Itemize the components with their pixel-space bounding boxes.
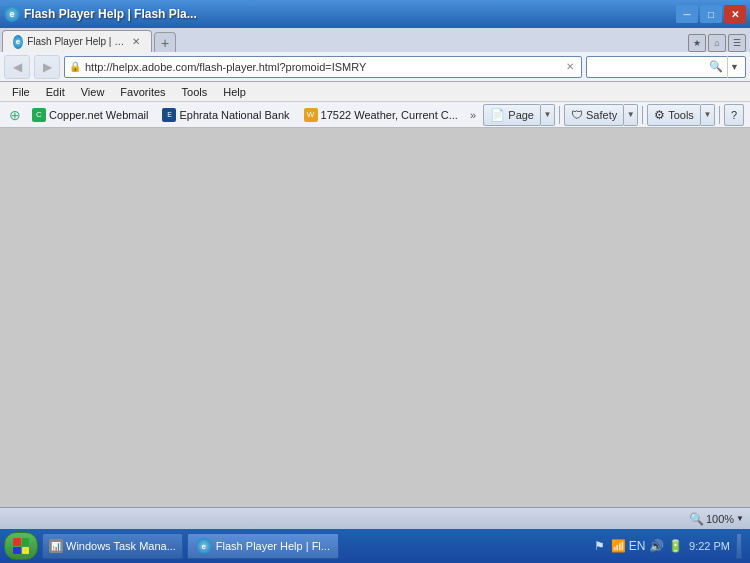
zoom-dropdown-icon[interactable]: ▼ (736, 514, 744, 523)
page-icon: 📄 (490, 108, 505, 122)
forward-button[interactable]: ▶ (34, 55, 60, 79)
task-manager-icon: 📊 (49, 539, 63, 553)
zoom-icon: 🔍 (689, 512, 704, 526)
window-title: Flash Player Help | Flash Pla... (24, 7, 197, 21)
ephrata-label: Ephrata National Bank (179, 109, 289, 121)
menu-view[interactable]: View (73, 82, 113, 102)
title-bar-left: e Flash Player Help | Flash Pla... (4, 6, 197, 22)
tray-flag-icon[interactable]: ⚑ (591, 538, 607, 554)
separator-1 (559, 106, 560, 124)
favorites-item-copper[interactable]: C Copper.net Webmail (26, 105, 154, 125)
browser-window: e Flash Player Help | Flash Pla... ─ □ ✕… (0, 0, 750, 563)
weather-label: 17522 Weather, Current C... (321, 109, 458, 121)
page-button[interactable]: 📄 Page (483, 104, 541, 126)
safety-icon: 🛡 (571, 108, 583, 122)
search-wrapper[interactable]: 🔍 ▼ (586, 56, 746, 78)
help-button[interactable]: ? (724, 104, 744, 126)
safety-dropdown-button[interactable]: ▼ (624, 104, 638, 126)
zoom-control[interactable]: 🔍 100% ▼ (689, 512, 744, 526)
tools-label: Tools (668, 109, 694, 121)
safety-label: Safety (586, 109, 617, 121)
logo-q3 (13, 547, 21, 555)
tab-right-controls: ★ ⌂ ☰ (688, 34, 750, 52)
new-tab-button[interactable]: + (154, 32, 176, 52)
menu-bar: File Edit View Favorites Tools Help (0, 82, 750, 102)
rss-icon[interactable]: ☰ (728, 34, 746, 52)
menu-favorites[interactable]: Favorites (112, 82, 173, 102)
favorites-item-weather[interactable]: W 17522 Weather, Current C... (298, 105, 464, 125)
copper-label: Copper.net Webmail (49, 109, 148, 121)
taskbar-ie-icon: e (196, 538, 212, 554)
taskbar-item-ie[interactable]: e Flash Player Help | Fl... (187, 533, 339, 559)
close-button[interactable]: ✕ (724, 5, 746, 23)
menu-file[interactable]: File (4, 82, 38, 102)
weather-favicon: W (304, 108, 318, 122)
favorites-item-ephrata[interactable]: E Ephrata National Bank (156, 105, 295, 125)
add-favorites-button[interactable]: ⊕ (6, 106, 24, 124)
tools-button[interactable]: ⚙ Tools (647, 104, 701, 126)
browser-icon: e (4, 6, 20, 22)
logo-q2 (22, 538, 30, 546)
tab-bar: e Flash Player Help | Flash Pla... ✕ + ★… (0, 28, 750, 52)
tools-dropdown-button[interactable]: ▼ (701, 104, 715, 126)
tray-volume-icon[interactable]: 🔊 (648, 538, 664, 554)
page-label: Page (508, 109, 534, 121)
address-bar: ◀ ▶ 🔒 http://helpx.adobe.com/flash-playe… (0, 52, 750, 82)
windows-logo (13, 538, 29, 554)
copper-favicon: C (32, 108, 46, 122)
zoom-level: 100% (706, 513, 734, 525)
system-time: 9:22 PM (689, 540, 730, 552)
status-bar: 🔍 100% ▼ (0, 507, 750, 529)
tab-close-button[interactable]: ✕ (131, 35, 141, 49)
search-dropdown-button[interactable]: ▼ (727, 56, 741, 78)
task-manager-label: Windows Task Mana... (66, 540, 176, 552)
search-button[interactable]: 🔍 (708, 59, 724, 75)
toolbar-right: 📄 Page ▼ 🛡 Safety ▼ ⚙ Tools ▼ (483, 104, 744, 126)
page-dropdown-button[interactable]: ▼ (541, 104, 555, 126)
safety-button[interactable]: 🛡 Safety (564, 104, 624, 126)
tab-browser-icon: e (13, 35, 23, 49)
separator-3 (719, 106, 720, 124)
maximize-button[interactable]: □ (700, 5, 722, 23)
home-icon[interactable]: ⌂ (708, 34, 726, 52)
title-bar: e Flash Player Help | Flash Pla... ─ □ ✕ (0, 0, 750, 28)
separator-2 (642, 106, 643, 124)
system-tray: ⚑ 📶 EN 🔊 🔋 (591, 538, 683, 554)
address-clear-button[interactable]: ✕ (563, 60, 577, 74)
favorites-star-icon[interactable]: ★ (688, 34, 706, 52)
menu-edit[interactable]: Edit (38, 82, 73, 102)
help-icon: ? (731, 109, 737, 121)
title-bar-controls: ─ □ ✕ (676, 5, 746, 23)
tray-network-icon[interactable]: 📶 (610, 538, 626, 554)
menu-tools[interactable]: Tools (174, 82, 216, 102)
tray-language-icon[interactable]: EN (629, 538, 645, 554)
taskbar-ie-label: Flash Player Help | Fl... (216, 540, 330, 552)
favorites-bar: ⊕ C Copper.net Webmail E Ephrata Nationa… (0, 102, 750, 128)
main-content (0, 128, 750, 507)
security-icon: 🔒 (69, 61, 81, 72)
address-input-wrapper[interactable]: 🔒 http://helpx.adobe.com/flash-player.ht… (64, 56, 582, 78)
tools-icon: ⚙ (654, 108, 665, 122)
logo-q4 (22, 547, 30, 555)
address-text: http://helpx.adobe.com/flash-player.html… (85, 61, 559, 73)
taskbar-right: ⚑ 📶 EN 🔊 🔋 9:22 PM (591, 533, 746, 559)
menu-help[interactable]: Help (215, 82, 254, 102)
favorites-expand-button[interactable]: » (466, 107, 480, 123)
active-tab[interactable]: e Flash Player Help | Flash Pla... ✕ (2, 30, 152, 52)
ephrata-favicon: E (162, 108, 176, 122)
tab-label: Flash Player Help | Flash Pla... (27, 36, 127, 47)
start-button[interactable] (4, 532, 38, 560)
logo-q1 (13, 538, 21, 546)
back-button[interactable]: ◀ (4, 55, 30, 79)
minimize-button[interactable]: ─ (676, 5, 698, 23)
tray-power-icon[interactable]: 🔋 (667, 538, 683, 554)
taskbar-item-task-manager[interactable]: 📊 Windows Task Mana... (42, 533, 183, 559)
taskbar: 📊 Windows Task Mana... e Flash Player He… (0, 529, 750, 563)
show-desktop-button[interactable] (736, 533, 742, 559)
